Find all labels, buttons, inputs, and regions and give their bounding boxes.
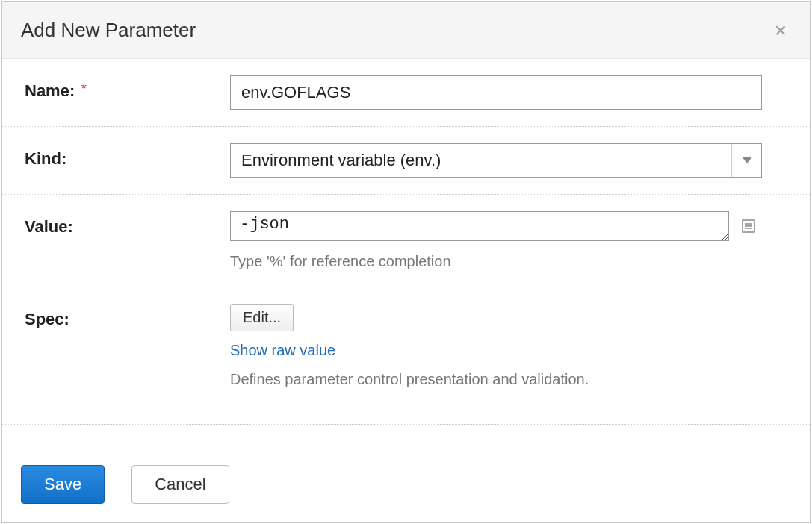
spec-label-cell: Spec:: [25, 304, 230, 329]
kind-row: Kind: Environment variable (env.): [2, 127, 810, 195]
kind-control-cell: Environment variable (env.): [230, 143, 791, 178]
name-input[interactable]: [230, 75, 762, 110]
kind-label: Kind:: [25, 149, 66, 168]
value-helper-text: Type '%' for reference completion: [230, 253, 791, 270]
kind-select[interactable]: Environment variable (env.): [230, 143, 762, 178]
value-row: Value: Type '%' for reference completion: [2, 195, 810, 287]
dialog-title: Add New Parameter: [21, 19, 196, 42]
spec-control-cell: Edit... Show raw value Defines parameter…: [230, 304, 791, 388]
close-button[interactable]: ×: [770, 20, 791, 41]
value-input-wrapper: [230, 211, 791, 241]
dialog-footer: Save Cancel: [2, 450, 810, 522]
svg-marker-0: [742, 157, 752, 163]
spec-label: Spec:: [25, 310, 69, 328]
spec-row: Spec: Edit... Show raw value Defines par…: [2, 287, 810, 425]
spec-description: Defines parameter control presentation a…: [230, 371, 791, 388]
name-label-cell: Name: *: [25, 75, 230, 101]
kind-label-cell: Kind:: [25, 143, 230, 169]
expand-icon[interactable]: [741, 219, 756, 234]
cancel-button[interactable]: Cancel: [131, 465, 229, 504]
value-label: Value:: [25, 217, 73, 236]
value-label-cell: Value:: [25, 211, 230, 237]
value-input[interactable]: [230, 211, 729, 241]
dialog-body: Name: * Kind: Environment variable (env.…: [2, 59, 810, 450]
required-indicator: *: [81, 81, 87, 96]
kind-select-value: Environment variable (env.): [231, 144, 731, 177]
save-button[interactable]: Save: [21, 465, 105, 504]
show-raw-value-link[interactable]: Show raw value: [230, 342, 791, 359]
chevron-down-icon[interactable]: [731, 144, 761, 177]
value-control-cell: Type '%' for reference completion: [230, 211, 791, 270]
dialog-header: Add New Parameter ×: [2, 2, 810, 59]
add-parameter-dialog: Add New Parameter × Name: * Kind: Enviro…: [1, 1, 811, 523]
name-row: Name: *: [2, 59, 810, 127]
name-control-cell: [230, 75, 791, 110]
name-label: Name:: [25, 81, 75, 100]
edit-button[interactable]: Edit...: [230, 304, 294, 331]
